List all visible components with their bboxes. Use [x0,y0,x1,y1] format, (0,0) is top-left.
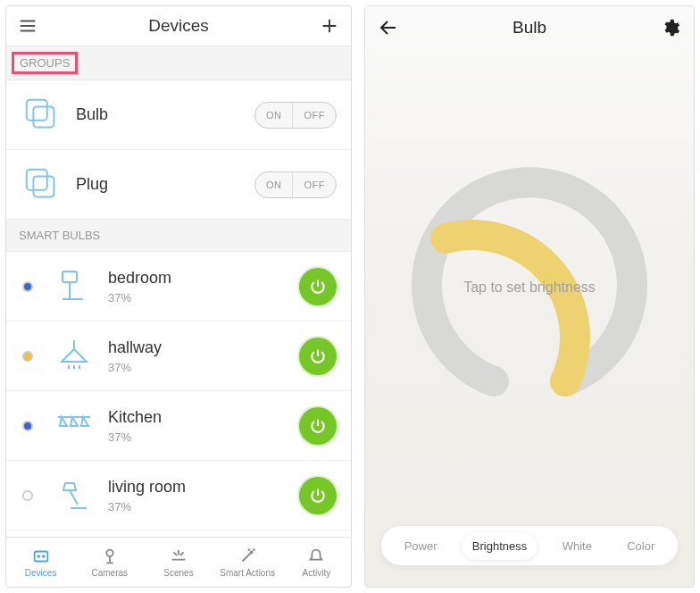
track-light-icon [53,405,96,447]
devices-header: Devices [6,6,351,46]
bulb-control-screen: Bulb Tap to set brightness Power Brightn… [364,5,695,588]
tab-smart-actions[interactable]: Smart Actions [213,538,282,587]
svg-rect-6 [33,106,54,127]
onoff-toggle[interactable]: ON OFF [254,102,337,129]
lamp-icon [53,265,96,308]
tab-scenes[interactable]: Scenes [144,538,212,587]
tab-cameras[interactable]: Cameras [75,538,144,587]
group-row[interactable]: Bulb ON OFF [6,80,351,150]
brightness-hint: Tap to set brightness [463,280,596,296]
off-label[interactable]: OFF [293,172,336,197]
svg-point-9 [23,282,32,291]
bulb-name: Kitchen [108,408,287,427]
pendant-icon [53,335,96,378]
status-dot [15,350,40,363]
svg-point-23 [23,491,32,500]
svg-line-34 [173,552,177,555]
gear-icon[interactable] [660,17,681,38]
tab-label: Devices [25,568,57,578]
section-smart-bulbs: SMART BULBS [6,220,351,252]
status-dot [15,489,40,502]
menu-icon[interactable] [17,15,38,37]
bulb-header: Bulb [365,6,694,49]
section-groups: GROUPS [6,46,351,80]
bulb-level: 37% [108,430,287,444]
group-row[interactable]: Plug ON OFF [6,150,351,220]
svg-point-39 [254,549,254,550]
status-dot [15,420,40,432]
tab-activity[interactable]: Activity [282,538,351,587]
tab-label: Smart Actions [220,568,275,578]
brightness-ring[interactable]: Tap to set brightness [365,49,694,526]
tab-label: Cameras [91,568,128,578]
bulb-row[interactable]: living room 37% [6,461,351,530]
svg-line-37 [243,553,251,561]
group-name: Plug [76,175,242,194]
power-button[interactable] [299,477,337,514]
bulb-name: hallway [108,338,287,357]
svg-rect-8 [33,176,54,196]
svg-line-24 [70,490,78,505]
mode-power[interactable]: Power [394,532,448,560]
svg-rect-5 [27,99,47,120]
add-icon[interactable] [319,15,340,37]
off-label[interactable]: OFF [293,103,336,128]
svg-point-20 [23,422,32,430]
bulb-name: living room [108,478,287,497]
bulb-row[interactable]: Kitchen 37% [6,391,351,461]
svg-rect-10 [62,271,77,282]
bulb-name: bedroom [108,269,287,288]
onoff-toggle[interactable]: ON OFF [254,171,337,198]
group-plug-icon [21,163,63,206]
svg-line-35 [180,552,184,555]
svg-point-40 [249,549,250,550]
bulb-level: 37% [108,361,287,374]
power-button[interactable] [299,268,337,305]
group-name: Bulb [76,105,242,124]
bulb-level: 37% [108,291,287,305]
svg-point-29 [42,555,44,557]
power-button[interactable] [299,407,337,445]
bulb-level: 37% [108,500,287,514]
svg-point-38 [251,552,253,554]
groups-label: GROUPS [12,52,78,74]
bulb-row[interactable]: hallway 37% [6,322,351,391]
mode-white[interactable]: White [552,532,603,560]
mode-tabs: Power Brightness White Color [381,526,678,565]
tab-devices[interactable]: Devices [6,538,75,587]
power-button[interactable] [299,338,337,375]
tab-label: Scenes [163,568,193,578]
svg-point-30 [106,550,112,556]
svg-rect-7 [27,169,47,189]
tab-label: Activity [303,568,331,578]
bottom-tabbar: Devices Cameras Scenes Smart Actions Act… [6,537,351,587]
devices-screen: Devices GROUPS Bulb ON OFF [5,5,352,588]
desk-lamp-icon [53,474,96,517]
on-label[interactable]: ON [255,172,294,197]
group-bulb-icon [21,94,63,137]
status-dot [15,280,40,293]
bulb-row[interactable]: bedroom 37% [6,252,351,322]
svg-rect-27 [34,552,47,562]
on-label[interactable]: ON [255,103,294,128]
bulb-title: Bulb [512,18,546,38]
page-title: Devices [148,16,209,36]
mode-brightness[interactable]: Brightness [462,532,538,560]
svg-point-14 [23,352,32,361]
mode-color[interactable]: Color [616,532,665,560]
svg-point-28 [38,555,39,557]
back-icon[interactable] [378,17,399,38]
